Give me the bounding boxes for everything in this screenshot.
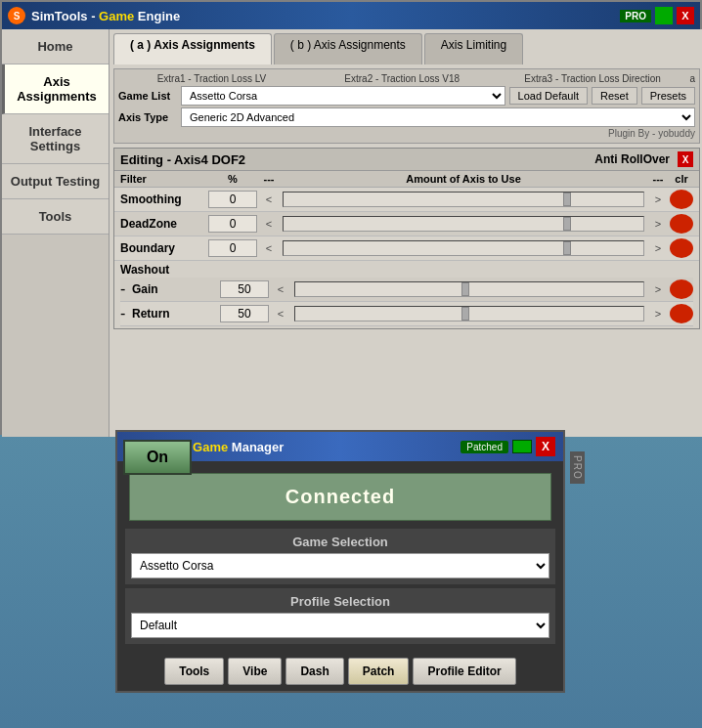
- filter-row-deadzone: DeadZone 0 < >: [114, 212, 699, 236]
- traction-extra3: Extra3 - Traction Loss Direction: [500, 73, 686, 84]
- filter-return-thumb: [461, 307, 469, 321]
- pro-side-label: PRO: [570, 451, 585, 484]
- tools-button[interactable]: Tools: [164, 658, 224, 685]
- game-controls: Game List Assetto Corsa iRacing rFactor …: [118, 86, 695, 106]
- dash-button[interactable]: Dash: [285, 658, 343, 685]
- filter-header: Filter % --- Amount of Axis to Use --- c…: [114, 171, 699, 188]
- filter-deadzone-name: DeadZone: [120, 217, 208, 231]
- filter-deadzone-gt[interactable]: >: [646, 218, 670, 230]
- traction-row: Extra1 - Traction Loss LV Extra2 - Tract…: [118, 73, 695, 84]
- close-button[interactable]: X: [677, 7, 694, 24]
- patch-button[interactable]: Patch: [348, 658, 410, 685]
- pro-indicator: [655, 7, 673, 24]
- filter-smoothing-lt[interactable]: <: [257, 193, 281, 205]
- title-engine: Engine: [134, 9, 180, 23]
- washout-header: Washout: [120, 263, 693, 277]
- filter-boundary-slider[interactable]: [283, 240, 644, 256]
- editing-close-button[interactable]: X: [678, 151, 693, 167]
- axis-type-label: Axis Type: [118, 111, 177, 123]
- reset-button[interactable]: Reset: [592, 87, 637, 105]
- filter-return-lt[interactable]: <: [269, 308, 292, 320]
- editing-header: Editing - Axis4 DOF2 Anti RollOver X: [114, 149, 699, 171]
- profile-selection-section: Profile Selection Default Custom1: [125, 588, 555, 644]
- profile-selection-select[interactable]: Default Custom1: [131, 613, 549, 638]
- tab-a-axis[interactable]: ( a ) Axis Assignments: [113, 33, 272, 64]
- game-selection-section: Game Selection Assetto Corsa iRacing rFa…: [125, 529, 555, 584]
- tab-b-axis[interactable]: ( b ) Axis Assignments: [274, 33, 422, 64]
- manager-buttons: Tools Vibe Dash Patch Profile Editor: [117, 652, 563, 691]
- filter-smoothing-name: Smoothing: [120, 193, 208, 206]
- axis-type-select[interactable]: Generic 2D Advanced Generic 2D Simple: [181, 107, 695, 127]
- filter-gain-thumb: [461, 282, 469, 296]
- filter-gain-lt[interactable]: <: [269, 283, 292, 295]
- title-tools: Tools: [55, 9, 88, 23]
- filter-smoothing-thumb: [563, 193, 571, 206]
- filter-gain-pct[interactable]: 50: [220, 280, 269, 298]
- col-arrows-left: ---: [257, 173, 281, 185]
- filter-boundary-pct[interactable]: 0: [208, 239, 257, 257]
- editing-title: Editing - Axis4 DOF2: [120, 152, 594, 167]
- game-list-area: Extra1 - Traction Loss LV Extra2 - Tract…: [113, 68, 700, 144]
- title-game: Game: [99, 9, 134, 23]
- filter-gain-gt[interactable]: >: [646, 283, 670, 295]
- filter-gain-slider[interactable]: [294, 281, 644, 297]
- load-default-button[interactable]: Load Default: [509, 87, 588, 105]
- title-bar: S SimTools - Game Engine PRO X: [2, 2, 700, 29]
- filter-boundary-gt[interactable]: >: [646, 242, 670, 254]
- manager-game: Game: [193, 440, 228, 454]
- patched-indicator: [512, 440, 532, 453]
- patched-badge: Patched: [461, 441, 508, 453]
- filter-boundary-name: Boundary: [120, 241, 208, 255]
- game-selection-select[interactable]: Assetto Corsa iRacing rFactor 2: [131, 553, 549, 578]
- filter-smoothing-gt[interactable]: >: [646, 193, 670, 205]
- col-arrows-right: ---: [646, 173, 670, 185]
- filter-smoothing-clr[interactable]: [670, 190, 693, 209]
- col-amount-label: Amount of Axis to Use: [281, 173, 646, 185]
- anti-rollover: Anti RollOver X: [594, 151, 693, 167]
- traction-extra1: Extra1 - Traction Loss LV: [118, 73, 305, 84]
- gain-indent: -: [120, 280, 132, 298]
- main-window: S SimTools - Game Engine PRO X Home Axis…: [0, 0, 702, 435]
- filter-gain-clr[interactable]: [670, 279, 693, 299]
- app-icon: S: [8, 7, 25, 24]
- filter-row-gain: - Gain 50 < >: [120, 278, 693, 302]
- tab-axis-limiting[interactable]: Axis Limiting: [424, 33, 523, 64]
- profile-editor-button[interactable]: Profile Editor: [413, 658, 515, 685]
- filter-smoothing-slider[interactable]: [283, 192, 644, 207]
- col-clr-label: clr: [670, 173, 693, 185]
- filter-smoothing-pct[interactable]: 0: [208, 191, 257, 208]
- col-filter-label: Filter: [120, 173, 208, 185]
- filter-return-gt[interactable]: >: [646, 308, 670, 320]
- traction-extra2: Extra2 - Traction Loss V18: [309, 73, 496, 84]
- filter-return-slider[interactable]: [294, 306, 644, 321]
- sidebar-item-home[interactable]: Home: [2, 29, 109, 64]
- filter-return-clr[interactable]: [670, 304, 693, 323]
- sidebar-item-tools[interactable]: Tools: [2, 199, 109, 235]
- connected-bar: Connected: [129, 473, 551, 521]
- game-list-label: Game List: [118, 90, 177, 102]
- sidebar-item-interface-settings[interactable]: Interface Settings: [2, 114, 109, 164]
- filter-return-pct[interactable]: 50: [220, 305, 269, 322]
- return-indent: -: [120, 305, 132, 322]
- filter-deadzone-clr[interactable]: [670, 214, 693, 234]
- filter-deadzone-pct[interactable]: 0: [208, 215, 257, 233]
- game-list-select[interactable]: Assetto Corsa iRacing rFactor 2: [181, 86, 505, 106]
- presets-button[interactable]: Presets: [641, 87, 695, 105]
- traction-extra3-short: a: [689, 73, 695, 84]
- manager-body: Connected Game Selection Assetto Corsa i…: [117, 461, 563, 652]
- tab-bar: ( a ) Axis Assignments ( b ) Axis Assign…: [110, 29, 702, 64]
- profile-selection-label: Profile Selection: [131, 594, 549, 609]
- manager-close-button[interactable]: X: [536, 437, 555, 456]
- sidebar-item-output-testing[interactable]: Output Testing: [2, 164, 109, 199]
- filter-deadzone-slider[interactable]: [283, 216, 644, 232]
- title-sep: -: [88, 9, 100, 23]
- on-button[interactable]: On: [123, 440, 192, 475]
- filter-boundary-clr[interactable]: [670, 238, 693, 258]
- vibe-button[interactable]: Vibe: [228, 658, 282, 685]
- filter-boundary-lt[interactable]: <: [257, 242, 281, 254]
- axis-type-row: Axis Type Generic 2D Advanced Generic 2D…: [118, 107, 695, 127]
- filter-deadzone-lt[interactable]: <: [257, 218, 281, 230]
- anti-rollover-label: Anti RollOver: [594, 152, 670, 166]
- sidebar-item-axis-assignments[interactable]: Axis Assignments: [2, 64, 109, 114]
- col-pct-label: %: [208, 173, 257, 185]
